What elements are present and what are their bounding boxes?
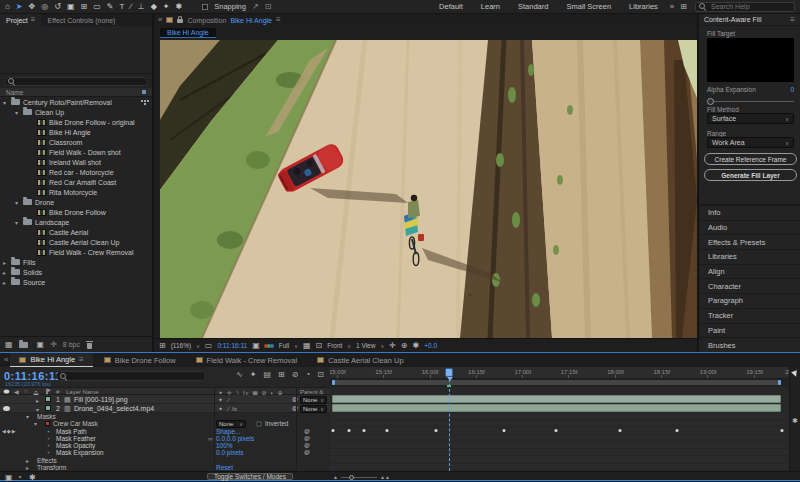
project-name-column-header[interactable]: Name [0, 88, 152, 97]
tree-item-comp[interactable]: Castle Aerial Clean Up [0, 237, 152, 247]
panel-tab-paint[interactable]: Paint [699, 323, 800, 338]
tree-item-comp[interactable]: Field Walk - Down shot [0, 147, 152, 157]
mask-opacity-row[interactable]: ◔ Mask Opacity 100% @ [0, 442, 330, 449]
tree-item-comp[interactable]: Classroom [0, 137, 152, 147]
tree-item-folder[interactable]: ▸Solids [0, 267, 152, 277]
twirl-icon[interactable]: ▾ [36, 406, 44, 413]
property-label[interactable]: Mask Path [56, 428, 87, 435]
generate-fill-layer-button[interactable]: Generate Fill Layer [704, 169, 797, 181]
new-folder-icon[interactable] [19, 342, 28, 348]
panel-tab-tracker[interactable]: Tracker [699, 308, 800, 323]
parent-dropdown[interactable]: None∨ [300, 396, 327, 404]
panel-menu-icon[interactable]: ≡ [79, 356, 84, 364]
resolution-value[interactable]: Full [279, 342, 289, 349]
label-column-icon[interactable] [46, 389, 48, 395]
interpret-footage-icon[interactable]: ▦ [5, 341, 13, 349]
tree-item-comp[interactable]: Bike Hi Angle [0, 127, 152, 137]
panel-tab-libraries[interactable]: Libraries [699, 249, 800, 264]
property-value[interactable]: 0.0 pixels [216, 449, 243, 456]
type-tool-icon[interactable]: T [119, 2, 124, 11]
keyframe-diamond[interactable] [781, 429, 784, 432]
selection-tool-icon[interactable]: ➤ [16, 2, 23, 11]
back-arrow-icon[interactable]: « [158, 16, 162, 24]
panel-tab-brushes[interactable]: Brushes [699, 337, 800, 352]
twirl-icon[interactable]: ▾ [26, 413, 34, 420]
timeline-tab-field-walk[interactable]: Field Walk - Crew Removal [187, 353, 307, 367]
work-area-bar[interactable] [332, 380, 781, 385]
layer-name[interactable]: Fill [000-119].png [74, 396, 128, 403]
tab-effect-controls[interactable]: Effect Controls (none) [41, 14, 121, 26]
column-options-icon[interactable] [142, 90, 146, 94]
toggle-switches-modes-button[interactable]: Toggle Switches / Modes [207, 473, 293, 480]
masks-group-row[interactable]: ▾Masks [0, 413, 330, 420]
timeline-settings-icon[interactable]: ✱ [790, 417, 800, 424]
pan-behind-tool-icon[interactable]: ⊞ [81, 2, 88, 11]
workspace-standard[interactable]: Standard [512, 2, 554, 11]
twirl-icon[interactable]: ▸ [26, 464, 34, 471]
expand-parent-icon[interactable]: ✱ [29, 474, 36, 482]
tree-item-folder[interactable]: ▸Source [0, 277, 152, 287]
frame-blending-icon[interactable]: ⊞ [278, 371, 285, 379]
search-help-input[interactable] [709, 2, 789, 11]
mask-expansion-row[interactable]: ◔ Mask Expansion 0.0 pixels @ [0, 449, 330, 456]
magnification-value[interactable]: (116%) [171, 342, 191, 349]
timeline-zoom-slider[interactable]: ▲ ▲▲ [333, 474, 390, 480]
keyframe-diamond[interactable] [619, 429, 622, 432]
back-arrow-icon[interactable]: « [4, 356, 8, 364]
tree-item-comp[interactable]: Ireland Wall shot [0, 157, 152, 167]
pickwhip-icon[interactable]: @ [304, 428, 310, 434]
mask-row[interactable]: ▾ Crew Car Mask None∨ Inverted [0, 420, 330, 427]
eraser-tool-icon[interactable]: ◆ [151, 2, 157, 11]
stopwatch-icon[interactable]: ◔ [46, 449, 50, 456]
timeline-search-box[interactable] [56, 371, 206, 381]
workspace-learn[interactable]: Learn [475, 2, 506, 11]
keyframe-row[interactable] [330, 427, 789, 435]
zoom-knob[interactable] [349, 475, 354, 480]
draft-3d-icon[interactable]: ✦ [250, 371, 257, 379]
new-composition-icon[interactable]: ▣ [37, 341, 45, 349]
twirl-icon[interactable]: ▸ [3, 259, 11, 266]
keyframe-diamond[interactable] [362, 429, 365, 432]
transform-reset-link[interactable]: Reset [216, 464, 233, 471]
pickwhip-icon[interactable]: @ [304, 435, 310, 441]
transparency-grid-icon[interactable]: ⊡ [315, 342, 322, 350]
graph-editor-icon[interactable]: ◔ [305, 371, 310, 379]
column-divider[interactable] [214, 387, 215, 471]
property-label[interactable]: Mask Feather [56, 435, 96, 442]
more-workspaces-icon[interactable]: » [670, 3, 674, 11]
expand-in-out-icon[interactable]: ▣ [5, 474, 13, 482]
layer-color-swatch[interactable] [45, 396, 51, 402]
pickwhip-icon[interactable]: @ [304, 449, 310, 455]
timeline-right-strip[interactable]: ✱ [789, 367, 800, 471]
playhead[interactable] [445, 368, 453, 377]
snapping-checkbox[interactable] [202, 4, 208, 10]
property-value[interactable]: 100% [216, 442, 233, 449]
workspace-libraries[interactable]: Libraries [623, 2, 664, 11]
channels-icon[interactable] [265, 344, 274, 348]
mask-feather-row[interactable]: ◔ Mask Feather ∞ 0.0,0.0 pixels @ [0, 435, 330, 442]
panel-menu-icon[interactable]: ≡ [790, 16, 795, 24]
workspace-small-screen[interactable]: Small Screen [560, 2, 617, 11]
trash-icon[interactable] [86, 341, 93, 349]
panel-tab-effects-presets[interactable]: Effects & Presets [699, 234, 800, 249]
region-of-interest-icon[interactable]: ▭ [205, 342, 213, 350]
search-help-box[interactable] [695, 2, 795, 12]
panel-tab-character[interactable]: Character [699, 278, 800, 293]
pen-tool-icon[interactable]: ✎ [107, 2, 114, 11]
snapshot-icon[interactable]: ▣ [252, 342, 260, 350]
snap-options-icon[interactable]: ↗ [252, 3, 259, 11]
slider-knob[interactable] [707, 98, 714, 105]
layer-duration-bar-2[interactable] [332, 404, 781, 412]
twirl-icon[interactable]: ▸ [3, 279, 11, 286]
fast-preview-icon[interactable]: ▦ [303, 342, 311, 350]
keyframe-diamond[interactable] [347, 429, 350, 432]
timeline-button-icon[interactable]: ⊕ [401, 342, 408, 350]
timeline-tab-bike-hi-angle[interactable]: Bike Hi Angle ≡ [10, 353, 92, 367]
keyframe-diamond[interactable] [435, 429, 438, 432]
twirl-icon[interactable]: ▸ [36, 397, 44, 404]
composition-canvas[interactable] [160, 40, 697, 338]
tree-item-folder[interactable]: ▾Landscape [0, 217, 152, 227]
panel-tab-audio[interactable]: Audio [699, 220, 800, 235]
snap-options2-icon[interactable]: ⊡ [265, 3, 272, 11]
view-layout-value[interactable]: 1 View [356, 342, 375, 349]
